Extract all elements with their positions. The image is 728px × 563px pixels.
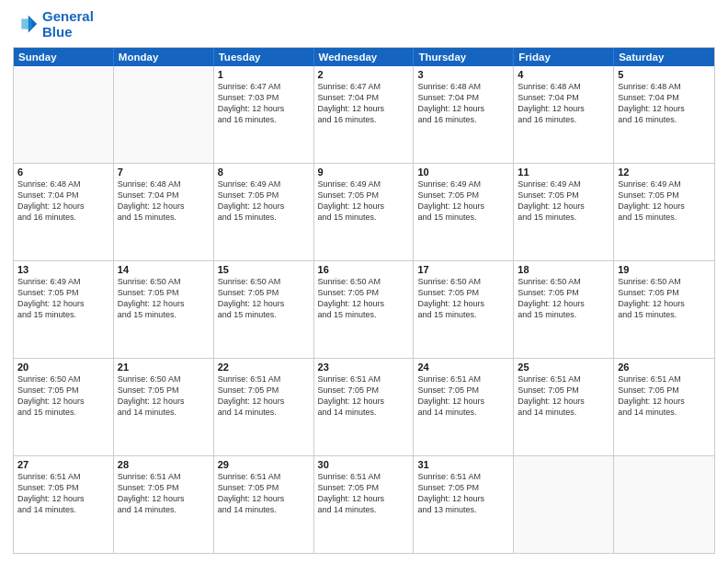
day-number: 25 bbox=[518, 362, 609, 373]
calendar-day: 26Sunrise: 6:51 AM Sunset: 7:05 PM Dayli… bbox=[614, 359, 714, 455]
calendar-day: 14Sunrise: 6:50 AM Sunset: 7:05 PM Dayli… bbox=[114, 261, 214, 358]
day-number: 29 bbox=[218, 459, 310, 470]
day-info: Sunrise: 6:48 AM Sunset: 7:04 PM Dayligh… bbox=[618, 81, 711, 126]
day-info: Sunrise: 6:48 AM Sunset: 7:04 PM Dayligh… bbox=[118, 178, 210, 224]
day-info: Sunrise: 6:51 AM Sunset: 7:05 PM Dayligh… bbox=[518, 373, 609, 419]
calendar-day: 3Sunrise: 6:48 AM Sunset: 7:04 PM Daylig… bbox=[414, 66, 514, 163]
logo-icon bbox=[13, 12, 39, 38]
calendar-day: 2Sunrise: 6:47 AM Sunset: 7:04 PM Daylig… bbox=[314, 66, 415, 163]
day-number: 27 bbox=[17, 459, 109, 470]
calendar-week: 13Sunrise: 6:49 AM Sunset: 7:05 PM Dayli… bbox=[14, 261, 714, 359]
day-number: 26 bbox=[618, 362, 711, 373]
weekday-header: Saturday bbox=[614, 48, 714, 66]
day-info: Sunrise: 6:51 AM Sunset: 7:05 PM Dayligh… bbox=[318, 373, 410, 419]
calendar-day: 28Sunrise: 6:51 AM Sunset: 7:05 PM Dayli… bbox=[114, 456, 214, 553]
day-info: Sunrise: 6:48 AM Sunset: 7:04 PM Dayligh… bbox=[518, 81, 609, 126]
weekday-header: Tuesday bbox=[214, 48, 314, 66]
calendar-day: 5Sunrise: 6:48 AM Sunset: 7:04 PM Daylig… bbox=[614, 66, 714, 163]
calendar-day: 27Sunrise: 6:51 AM Sunset: 7:05 PM Dayli… bbox=[14, 456, 114, 553]
weekday-header: Friday bbox=[514, 48, 614, 66]
calendar-day: 31Sunrise: 6:51 AM Sunset: 7:05 PM Dayli… bbox=[414, 456, 514, 553]
day-info: Sunrise: 6:51 AM Sunset: 7:05 PM Dayligh… bbox=[218, 471, 310, 516]
day-number: 8 bbox=[218, 167, 310, 178]
day-info: Sunrise: 6:50 AM Sunset: 7:05 PM Dayligh… bbox=[417, 276, 509, 321]
weekday-header: Thursday bbox=[414, 48, 514, 66]
day-info: Sunrise: 6:49 AM Sunset: 7:05 PM Dayligh… bbox=[518, 178, 609, 224]
day-info: Sunrise: 6:50 AM Sunset: 7:05 PM Dayligh… bbox=[17, 373, 109, 419]
day-info: Sunrise: 6:50 AM Sunset: 7:05 PM Dayligh… bbox=[318, 276, 410, 321]
day-info: Sunrise: 6:51 AM Sunset: 7:05 PM Dayligh… bbox=[318, 471, 410, 516]
day-info: Sunrise: 6:49 AM Sunset: 7:05 PM Dayligh… bbox=[318, 178, 410, 224]
calendar-day: 4Sunrise: 6:48 AM Sunset: 7:04 PM Daylig… bbox=[514, 66, 614, 163]
day-number: 6 bbox=[17, 167, 109, 178]
day-number: 17 bbox=[417, 264, 509, 275]
day-info: Sunrise: 6:51 AM Sunset: 7:05 PM Dayligh… bbox=[417, 471, 509, 516]
day-info: Sunrise: 6:51 AM Sunset: 7:05 PM Dayligh… bbox=[218, 373, 310, 419]
calendar-day: 6Sunrise: 6:48 AM Sunset: 7:04 PM Daylig… bbox=[14, 164, 114, 260]
day-number: 3 bbox=[417, 69, 509, 80]
calendar-day: 30Sunrise: 6:51 AM Sunset: 7:05 PM Dayli… bbox=[314, 456, 415, 553]
day-number: 31 bbox=[417, 459, 509, 470]
page: General Blue SundayMondayTuesdayWednesda… bbox=[0, 0, 728, 563]
day-number: 30 bbox=[318, 459, 410, 470]
calendar-week: 6Sunrise: 6:48 AM Sunset: 7:04 PM Daylig… bbox=[14, 164, 714, 261]
calendar: SundayMondayTuesdayWednesdayThursdayFrid… bbox=[13, 47, 715, 554]
calendar-week: 1Sunrise: 6:47 AM Sunset: 7:03 PM Daylig… bbox=[14, 66, 714, 164]
calendar-week: 20Sunrise: 6:50 AM Sunset: 7:05 PM Dayli… bbox=[14, 359, 714, 456]
day-info: Sunrise: 6:50 AM Sunset: 7:05 PM Dayligh… bbox=[218, 276, 310, 321]
day-info: Sunrise: 6:48 AM Sunset: 7:04 PM Dayligh… bbox=[17, 178, 109, 224]
day-info: Sunrise: 6:49 AM Sunset: 7:05 PM Dayligh… bbox=[618, 178, 711, 224]
day-number: 18 bbox=[518, 264, 609, 275]
calendar-day: 9Sunrise: 6:49 AM Sunset: 7:05 PM Daylig… bbox=[314, 164, 415, 260]
calendar-day: 13Sunrise: 6:49 AM Sunset: 7:05 PM Dayli… bbox=[14, 261, 114, 358]
weekday-header: Wednesday bbox=[314, 48, 415, 66]
empty-day bbox=[514, 456, 614, 553]
calendar-day: 1Sunrise: 6:47 AM Sunset: 7:03 PM Daylig… bbox=[214, 66, 314, 163]
day-info: Sunrise: 6:47 AM Sunset: 7:04 PM Dayligh… bbox=[318, 81, 410, 126]
day-number: 4 bbox=[518, 69, 609, 80]
calendar-day: 18Sunrise: 6:50 AM Sunset: 7:05 PM Dayli… bbox=[514, 261, 614, 358]
day-number: 15 bbox=[218, 264, 310, 275]
calendar-body: 1Sunrise: 6:47 AM Sunset: 7:03 PM Daylig… bbox=[14, 66, 714, 553]
day-number: 12 bbox=[618, 167, 711, 178]
day-number: 5 bbox=[618, 69, 711, 80]
day-number: 23 bbox=[318, 362, 410, 373]
day-info: Sunrise: 6:49 AM Sunset: 7:05 PM Dayligh… bbox=[417, 178, 509, 224]
calendar-day: 16Sunrise: 6:50 AM Sunset: 7:05 PM Dayli… bbox=[314, 261, 415, 358]
day-info: Sunrise: 6:51 AM Sunset: 7:05 PM Dayligh… bbox=[118, 471, 210, 516]
calendar-day: 25Sunrise: 6:51 AM Sunset: 7:05 PM Dayli… bbox=[514, 359, 614, 455]
day-number: 22 bbox=[218, 362, 310, 373]
day-number: 14 bbox=[118, 264, 210, 275]
day-info: Sunrise: 6:50 AM Sunset: 7:05 PM Dayligh… bbox=[518, 276, 609, 321]
header: General Blue bbox=[13, 9, 715, 40]
logo: General Blue bbox=[13, 9, 94, 40]
empty-day bbox=[14, 66, 114, 163]
day-info: Sunrise: 6:49 AM Sunset: 7:05 PM Dayligh… bbox=[17, 276, 109, 321]
calendar-day: 20Sunrise: 6:50 AM Sunset: 7:05 PM Dayli… bbox=[14, 359, 114, 455]
day-number: 11 bbox=[518, 167, 609, 178]
calendar-day: 12Sunrise: 6:49 AM Sunset: 7:05 PM Dayli… bbox=[614, 164, 714, 260]
calendar-day: 23Sunrise: 6:51 AM Sunset: 7:05 PM Dayli… bbox=[314, 359, 415, 455]
calendar-day: 24Sunrise: 6:51 AM Sunset: 7:05 PM Dayli… bbox=[414, 359, 514, 455]
day-number: 7 bbox=[118, 167, 210, 178]
calendar-day: 15Sunrise: 6:50 AM Sunset: 7:05 PM Dayli… bbox=[214, 261, 314, 358]
day-info: Sunrise: 6:51 AM Sunset: 7:05 PM Dayligh… bbox=[618, 373, 711, 419]
day-info: Sunrise: 6:50 AM Sunset: 7:05 PM Dayligh… bbox=[618, 276, 711, 321]
day-info: Sunrise: 6:50 AM Sunset: 7:05 PM Dayligh… bbox=[118, 276, 210, 321]
calendar-day: 22Sunrise: 6:51 AM Sunset: 7:05 PM Dayli… bbox=[214, 359, 314, 455]
day-number: 10 bbox=[417, 167, 509, 178]
day-number: 20 bbox=[17, 362, 109, 373]
day-info: Sunrise: 6:49 AM Sunset: 7:05 PM Dayligh… bbox=[218, 178, 310, 224]
day-info: Sunrise: 6:47 AM Sunset: 7:03 PM Dayligh… bbox=[218, 81, 310, 126]
empty-day bbox=[114, 66, 214, 163]
day-number: 1 bbox=[218, 69, 310, 80]
day-info: Sunrise: 6:50 AM Sunset: 7:05 PM Dayligh… bbox=[118, 373, 210, 419]
day-number: 2 bbox=[318, 69, 410, 80]
day-info: Sunrise: 6:51 AM Sunset: 7:05 PM Dayligh… bbox=[417, 373, 509, 419]
calendar-day: 19Sunrise: 6:50 AM Sunset: 7:05 PM Dayli… bbox=[614, 261, 714, 358]
logo-text: General Blue bbox=[42, 9, 94, 40]
calendar-day: 8Sunrise: 6:49 AM Sunset: 7:05 PM Daylig… bbox=[214, 164, 314, 260]
day-info: Sunrise: 6:51 AM Sunset: 7:05 PM Dayligh… bbox=[17, 471, 109, 516]
calendar-week: 27Sunrise: 6:51 AM Sunset: 7:05 PM Dayli… bbox=[14, 456, 714, 553]
calendar-day: 17Sunrise: 6:50 AM Sunset: 7:05 PM Dayli… bbox=[414, 261, 514, 358]
